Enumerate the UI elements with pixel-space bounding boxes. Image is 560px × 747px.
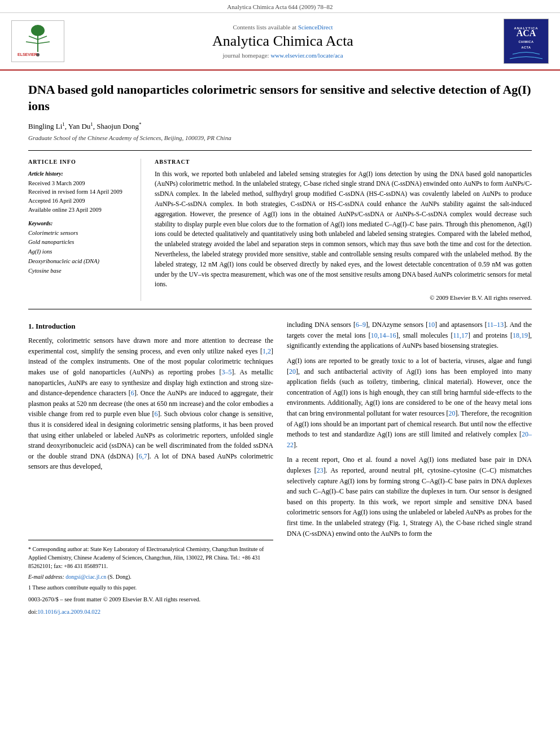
ref-3-5[interactable]: 3–5 bbox=[222, 368, 232, 376]
ref-23[interactable]: 23 bbox=[317, 466, 323, 474]
intro-paragraph-2: including DNA sensors [6–9], DNAzyme sen… bbox=[287, 320, 532, 351]
doi-line: doi:10.1016/j.aca.2009.04.022 bbox=[28, 608, 273, 617]
article-content: DNA based gold nanoparticles colorimetri… bbox=[0, 71, 560, 627]
journal-title: Analytica Chimica Acta bbox=[68, 33, 498, 50]
elsevier-emblem-svg: ELSEVIER bbox=[15, 24, 61, 56]
affiliation: Graduate School of the Chinese Academy o… bbox=[28, 134, 532, 141]
intro-paragraph-3: Ag(I) ions are reported to be greatly to… bbox=[287, 356, 532, 450]
keyword-2: Gold nanoparticles bbox=[28, 238, 132, 247]
keyword-1: Colorimetric sensors bbox=[28, 229, 132, 238]
sciencedirect-text: Contents lists available at ScienceDirec… bbox=[68, 24, 498, 30]
keyword-3: Ag(I) ions bbox=[28, 247, 132, 257]
intro-title: 1. Introduction bbox=[28, 322, 273, 331]
abstract-copyright: © 2009 Elsevier B.V. All rights reserved… bbox=[155, 294, 532, 301]
ref-6-9[interactable]: 6–9 bbox=[356, 321, 366, 329]
svg-text:ACA: ACA bbox=[517, 28, 536, 38]
ref-20-22[interactable]: 20–22 bbox=[287, 430, 532, 449]
available-date: Available online 23 April 2009 bbox=[28, 206, 132, 215]
journal-header: ELSEVIER Contents lists available at Sci… bbox=[0, 13, 560, 71]
footnotes: * Corresponding author at: State Key Lab… bbox=[28, 540, 273, 617]
journal-homepage: journal homepage: www.elsevier.com/locat… bbox=[68, 52, 498, 59]
issn-line: 0003-2670/$ – see front matter © 2009 El… bbox=[28, 595, 273, 604]
intro-paragraph-1: Recently, colorimetric sensors have draw… bbox=[28, 335, 273, 472]
svg-text:CHIMICA: CHIMICA bbox=[518, 40, 533, 43]
doi-link[interactable]: 10.1016/j.aca.2009.04.022 bbox=[37, 609, 100, 615]
elsevier-logo: ELSEVIER bbox=[11, 20, 62, 62]
author-3: Shaojun Dong* bbox=[97, 122, 141, 130]
ref-10[interactable]: 10 bbox=[428, 321, 435, 329]
ref-11-13[interactable]: 11–13 bbox=[487, 321, 504, 329]
footnotes-area: * Corresponding author at: State Key Lab… bbox=[28, 540, 273, 617]
aca-logo-svg: ANALYTICA ACA CHIMICA ACTA bbox=[504, 19, 548, 63]
equal-contribution-note: 1 These authors contribute equally to th… bbox=[28, 583, 273, 592]
ref-6b[interactable]: 6 bbox=[155, 410, 158, 418]
email-note: E-mail address: dongsi@ciac.jl.cn (S. Do… bbox=[28, 573, 273, 581]
email-link[interactable]: dongsi@ciac.jl.cn bbox=[65, 574, 106, 580]
sciencedirect-link[interactable]: ScienceDirect bbox=[298, 24, 333, 30]
abstract-title: ABSTRACT bbox=[155, 159, 532, 165]
article-authors: Bingling Li1, Yan Du1, Shaojun Dong* bbox=[28, 121, 532, 130]
svg-point-2 bbox=[31, 25, 45, 36]
section-number: 1. Introduction bbox=[28, 322, 76, 330]
ref-18-19[interactable]: 18,19 bbox=[513, 331, 528, 339]
keyword-4: Deoxyribonucleic acid (DNA) bbox=[28, 257, 132, 267]
homepage-link[interactable]: www.elsevier.com/locate/aca bbox=[270, 52, 343, 59]
ref-20[interactable]: 20 bbox=[289, 368, 296, 375]
keywords-title: Keywords: bbox=[28, 220, 132, 226]
ref-11-17[interactable]: 11,17 bbox=[453, 331, 468, 339]
ref-6-7[interactable]: 6,7 bbox=[139, 452, 147, 460]
ref-10-14-16[interactable]: 10,14–16 bbox=[371, 331, 396, 339]
revised-date: Received in revised form 14 April 2009 bbox=[28, 187, 132, 196]
svg-text:ELSEVIER: ELSEVIER bbox=[18, 53, 37, 56]
abstract-panel: ABSTRACT In this work, we reported both … bbox=[152, 159, 532, 302]
article-info-panel: ARTICLE INFO Article history: Received 3… bbox=[28, 159, 141, 302]
journal-center: Contents lists available at ScienceDirec… bbox=[68, 24, 498, 59]
body-col-right: including DNA sensors [6–9], DNAzyme sen… bbox=[287, 320, 532, 616]
article-title: DNA based gold nanoparticles colorimetri… bbox=[28, 82, 532, 114]
body-col-left: 1. Introduction Recently, colorimetric s… bbox=[28, 320, 273, 616]
intro-paragraph-4: In a recent report, Ono et al. found a n… bbox=[287, 455, 532, 539]
info-abstract-section: ARTICLE INFO Article history: Received 3… bbox=[28, 150, 532, 310]
aca-logo: ANALYTICA ACA CHIMICA ACTA bbox=[504, 19, 549, 64]
abstract-text: In this work, we reported both unlabeled… bbox=[155, 169, 532, 290]
author-1: Bingling Li1, bbox=[28, 122, 68, 130]
ref-1-2[interactable]: 1,2 bbox=[262, 347, 271, 355]
article-info-title: ARTICLE INFO bbox=[28, 159, 132, 165]
author-2: Yan Du1, bbox=[68, 122, 97, 130]
corresponding-note: * Corresponding author at: State Key Lab… bbox=[28, 545, 273, 570]
body-section: 1. Introduction Recently, colorimetric s… bbox=[28, 320, 532, 616]
received-date: Received 3 March 2009 bbox=[28, 179, 132, 188]
svg-text:ACTA: ACTA bbox=[522, 46, 531, 49]
history-title: Article history: bbox=[28, 171, 132, 177]
ref-20b[interactable]: 20 bbox=[448, 409, 455, 417]
citation-bar: Analytica Chimica Acta 644 (2009) 78–82 bbox=[0, 0, 560, 13]
keyword-5: Cytosine base bbox=[28, 267, 132, 276]
accepted-date: Accepted 16 April 2009 bbox=[28, 196, 132, 206]
ref-6[interactable]: 6 bbox=[131, 389, 134, 397]
citation-text: Analytica Chimica Acta 644 (2009) 78–82 bbox=[227, 3, 333, 10]
